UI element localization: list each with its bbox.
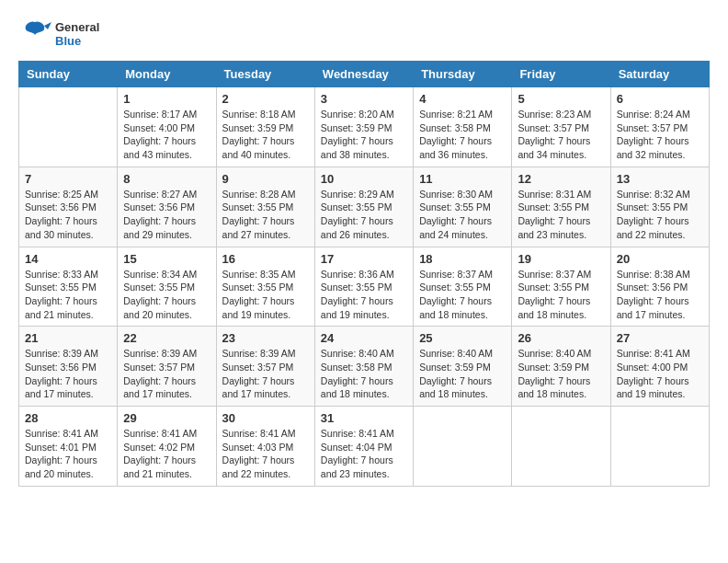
logo-general: General bbox=[55, 21, 99, 35]
day-info: Sunrise: 8:32 AM Sunset: 3:55 PM Dayligh… bbox=[617, 188, 703, 242]
calendar-cell: 21Sunrise: 8:39 AM Sunset: 3:56 PM Dayli… bbox=[19, 327, 118, 407]
day-number: 25 bbox=[419, 331, 506, 345]
calendar-cell: 11Sunrise: 8:30 AM Sunset: 3:55 PM Dayli… bbox=[414, 167, 512, 247]
calendar-cell bbox=[414, 407, 512, 487]
calendar-cell: 20Sunrise: 8:38 AM Sunset: 3:56 PM Dayli… bbox=[610, 247, 709, 327]
day-info: Sunrise: 8:40 AM Sunset: 3:58 PM Dayligh… bbox=[321, 347, 407, 401]
column-header-saturday: Saturday bbox=[610, 62, 709, 87]
calendar-cell: 17Sunrise: 8:36 AM Sunset: 3:55 PM Dayli… bbox=[314, 247, 413, 327]
column-header-wednesday: Wednesday bbox=[314, 62, 413, 87]
day-number: 17 bbox=[321, 252, 407, 266]
day-info: Sunrise: 8:31 AM Sunset: 3:55 PM Dayligh… bbox=[518, 188, 604, 242]
day-info: Sunrise: 8:37 AM Sunset: 3:55 PM Dayligh… bbox=[518, 268, 604, 322]
calendar-cell bbox=[512, 407, 610, 487]
calendar-cell: 3Sunrise: 8:20 AM Sunset: 3:59 PM Daylig… bbox=[314, 87, 413, 167]
day-info: Sunrise: 8:28 AM Sunset: 3:55 PM Dayligh… bbox=[222, 188, 309, 242]
day-number: 24 bbox=[321, 331, 407, 345]
column-header-thursday: Thursday bbox=[414, 62, 512, 87]
day-info: Sunrise: 8:41 AM Sunset: 4:03 PM Dayligh… bbox=[222, 427, 309, 481]
day-number: 2 bbox=[222, 92, 309, 106]
day-number: 12 bbox=[518, 172, 604, 186]
day-number: 14 bbox=[25, 252, 111, 266]
day-number: 7 bbox=[25, 172, 111, 186]
day-info: Sunrise: 8:39 AM Sunset: 3:56 PM Dayligh… bbox=[25, 347, 111, 401]
day-info: Sunrise: 8:21 AM Sunset: 3:58 PM Dayligh… bbox=[419, 108, 506, 162]
day-info: Sunrise: 8:24 AM Sunset: 3:57 PM Dayligh… bbox=[617, 108, 703, 162]
day-number: 31 bbox=[321, 411, 407, 425]
calendar-cell: 10Sunrise: 8:29 AM Sunset: 3:55 PM Dayli… bbox=[314, 167, 413, 247]
day-number: 13 bbox=[617, 172, 703, 186]
day-number: 29 bbox=[123, 411, 210, 425]
calendar-cell: 26Sunrise: 8:40 AM Sunset: 3:59 PM Dayli… bbox=[512, 327, 610, 407]
calendar-cell: 30Sunrise: 8:41 AM Sunset: 4:03 PM Dayli… bbox=[216, 407, 314, 487]
calendar-cell: 7Sunrise: 8:25 AM Sunset: 3:56 PM Daylig… bbox=[19, 167, 118, 247]
day-info: Sunrise: 8:18 AM Sunset: 3:59 PM Dayligh… bbox=[222, 108, 309, 162]
day-number: 9 bbox=[222, 172, 309, 186]
calendar-table: SundayMondayTuesdayWednesdayThursdayFrid… bbox=[18, 61, 710, 487]
logo: General Blue bbox=[18, 18, 99, 52]
calendar-cell: 2Sunrise: 8:18 AM Sunset: 3:59 PM Daylig… bbox=[216, 87, 314, 167]
calendar-cell: 23Sunrise: 8:39 AM Sunset: 3:57 PM Dayli… bbox=[216, 327, 314, 407]
day-number: 28 bbox=[25, 411, 111, 425]
page-header: General Blue bbox=[18, 18, 710, 52]
calendar-cell: 13Sunrise: 8:32 AM Sunset: 3:55 PM Dayli… bbox=[610, 167, 709, 247]
day-number: 26 bbox=[518, 331, 604, 345]
day-info: Sunrise: 8:17 AM Sunset: 4:00 PM Dayligh… bbox=[123, 108, 210, 162]
day-number: 5 bbox=[518, 92, 604, 106]
day-number: 21 bbox=[25, 331, 111, 345]
day-info: Sunrise: 8:36 AM Sunset: 3:55 PM Dayligh… bbox=[321, 268, 407, 322]
calendar-cell: 15Sunrise: 8:34 AM Sunset: 3:55 PM Dayli… bbox=[118, 247, 216, 327]
day-info: Sunrise: 8:33 AM Sunset: 3:55 PM Dayligh… bbox=[25, 268, 111, 322]
week-row-5: 28Sunrise: 8:41 AM Sunset: 4:01 PM Dayli… bbox=[19, 407, 710, 487]
calendar-header-row: SundayMondayTuesdayWednesdayThursdayFrid… bbox=[19, 62, 710, 87]
day-number: 1 bbox=[123, 92, 210, 106]
calendar-cell bbox=[610, 407, 709, 487]
column-header-tuesday: Tuesday bbox=[216, 62, 314, 87]
day-info: Sunrise: 8:34 AM Sunset: 3:55 PM Dayligh… bbox=[123, 268, 210, 322]
day-number: 16 bbox=[222, 252, 309, 266]
calendar-cell: 31Sunrise: 8:41 AM Sunset: 4:04 PM Dayli… bbox=[314, 407, 413, 487]
day-info: Sunrise: 8:23 AM Sunset: 3:57 PM Dayligh… bbox=[518, 108, 604, 162]
column-header-sunday: Sunday bbox=[19, 62, 118, 87]
day-info: Sunrise: 8:35 AM Sunset: 3:55 PM Dayligh… bbox=[222, 268, 309, 322]
day-info: Sunrise: 8:41 AM Sunset: 4:00 PM Dayligh… bbox=[617, 347, 703, 401]
day-number: 11 bbox=[419, 172, 506, 186]
day-number: 22 bbox=[123, 331, 210, 345]
day-info: Sunrise: 8:39 AM Sunset: 3:57 PM Dayligh… bbox=[222, 347, 309, 401]
calendar-cell: 5Sunrise: 8:23 AM Sunset: 3:57 PM Daylig… bbox=[512, 87, 610, 167]
logo-bird-icon bbox=[18, 18, 51, 52]
day-number: 19 bbox=[518, 252, 604, 266]
calendar-cell: 22Sunrise: 8:39 AM Sunset: 3:57 PM Dayli… bbox=[118, 327, 216, 407]
calendar-cell: 18Sunrise: 8:37 AM Sunset: 3:55 PM Dayli… bbox=[414, 247, 512, 327]
day-number: 15 bbox=[123, 252, 210, 266]
column-header-friday: Friday bbox=[512, 62, 610, 87]
calendar-cell: 8Sunrise: 8:27 AM Sunset: 3:56 PM Daylig… bbox=[118, 167, 216, 247]
calendar-cell: 29Sunrise: 8:41 AM Sunset: 4:02 PM Dayli… bbox=[118, 407, 216, 487]
calendar-cell: 12Sunrise: 8:31 AM Sunset: 3:55 PM Dayli… bbox=[512, 167, 610, 247]
day-info: Sunrise: 8:40 AM Sunset: 3:59 PM Dayligh… bbox=[419, 347, 506, 401]
day-number: 20 bbox=[617, 252, 703, 266]
day-info: Sunrise: 8:20 AM Sunset: 3:59 PM Dayligh… bbox=[321, 108, 407, 162]
week-row-3: 14Sunrise: 8:33 AM Sunset: 3:55 PM Dayli… bbox=[19, 247, 710, 327]
day-number: 10 bbox=[321, 172, 407, 186]
day-info: Sunrise: 8:29 AM Sunset: 3:55 PM Dayligh… bbox=[321, 188, 407, 242]
day-info: Sunrise: 8:25 AM Sunset: 3:56 PM Dayligh… bbox=[25, 188, 111, 242]
calendar-cell: 25Sunrise: 8:40 AM Sunset: 3:59 PM Dayli… bbox=[414, 327, 512, 407]
calendar-cell: 6Sunrise: 8:24 AM Sunset: 3:57 PM Daylig… bbox=[610, 87, 709, 167]
calendar-cell: 16Sunrise: 8:35 AM Sunset: 3:55 PM Dayli… bbox=[216, 247, 314, 327]
calendar-cell: 19Sunrise: 8:37 AM Sunset: 3:55 PM Dayli… bbox=[512, 247, 610, 327]
week-row-1: 1Sunrise: 8:17 AM Sunset: 4:00 PM Daylig… bbox=[19, 87, 710, 167]
day-info: Sunrise: 8:37 AM Sunset: 3:55 PM Dayligh… bbox=[419, 268, 506, 322]
calendar-cell: 27Sunrise: 8:41 AM Sunset: 4:00 PM Dayli… bbox=[610, 327, 709, 407]
calendar-cell: 14Sunrise: 8:33 AM Sunset: 3:55 PM Dayli… bbox=[19, 247, 118, 327]
day-info: Sunrise: 8:41 AM Sunset: 4:04 PM Dayligh… bbox=[321, 427, 407, 481]
column-header-monday: Monday bbox=[118, 62, 216, 87]
week-row-4: 21Sunrise: 8:39 AM Sunset: 3:56 PM Dayli… bbox=[19, 327, 710, 407]
day-number: 18 bbox=[419, 252, 506, 266]
day-info: Sunrise: 8:27 AM Sunset: 3:56 PM Dayligh… bbox=[123, 188, 210, 242]
logo-container: General Blue bbox=[18, 18, 99, 52]
day-info: Sunrise: 8:30 AM Sunset: 3:55 PM Dayligh… bbox=[419, 188, 506, 242]
calendar-cell: 24Sunrise: 8:40 AM Sunset: 3:58 PM Dayli… bbox=[314, 327, 413, 407]
day-number: 8 bbox=[123, 172, 210, 186]
day-number: 23 bbox=[222, 331, 309, 345]
